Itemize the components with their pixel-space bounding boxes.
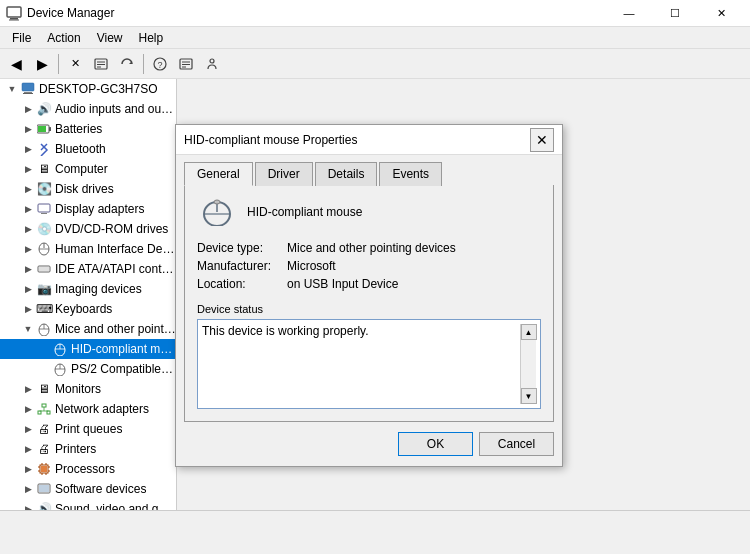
expand-icon: ▼ <box>20 324 36 334</box>
svg-rect-0 <box>7 7 21 17</box>
tree-batteries[interactable]: ▶ Batteries <box>0 119 176 139</box>
tree-audio[interactable]: ▶ 🔊 Audio inputs and outp... <box>0 99 176 119</box>
svg-rect-22 <box>41 213 47 214</box>
toolbar-properties[interactable] <box>89 52 113 76</box>
tree-keyboard-label: Keyboards <box>55 302 112 316</box>
keyboard-icon: ⌨ <box>36 301 52 317</box>
toolbar-extra2[interactable] <box>200 52 224 76</box>
device-icon <box>197 197 237 227</box>
menu-help[interactable]: Help <box>131 29 172 47</box>
tab-driver[interactable]: Driver <box>255 162 313 186</box>
expand-icon: ▶ <box>20 204 36 214</box>
expand-icon: ▶ <box>20 384 36 394</box>
tree-ide[interactable]: ▶ IDE ATA/ATAPI controll... <box>0 259 176 279</box>
expand-icon: ▶ <box>20 404 36 414</box>
tree-processors-label: Processors <box>55 462 115 476</box>
tab-events[interactable]: Events <box>379 162 442 186</box>
svg-rect-21 <box>38 204 50 212</box>
tree-network-label: Network adapters <box>55 402 149 416</box>
software-icon <box>36 481 52 497</box>
tree-printq[interactable]: ▶ 🖨 Print queues <box>0 419 176 439</box>
bluetooth-icon <box>36 141 52 157</box>
tree-hid[interactable]: ▶ Human Interface Devic... <box>0 239 176 259</box>
status-scrollbar[interactable]: ▲ ▼ <box>520 324 536 404</box>
scroll-up-arrow[interactable]: ▲ <box>521 324 537 340</box>
dialog-close-button[interactable]: ✕ <box>530 128 554 152</box>
tree-monitors[interactable]: ▶ 🖥 Monitors <box>0 379 176 399</box>
tree-batteries-label: Batteries <box>55 122 102 136</box>
tree-printers[interactable]: ▶ 🖨 Printers <box>0 439 176 459</box>
tree-hid-mouse[interactable]: HID-compliant mo... <box>0 339 176 359</box>
hid-icon <box>36 241 52 257</box>
tree-mice[interactable]: ▼ Mice and other pointin... <box>0 319 176 339</box>
tree-computer[interactable]: ▶ 🖥 Computer <box>0 159 176 179</box>
tree-dvd[interactable]: ▶ 💿 DVD/CD-ROM drives <box>0 219 176 239</box>
svg-rect-39 <box>47 411 50 414</box>
svg-rect-54 <box>39 485 49 492</box>
scroll-track[interactable] <box>521 340 536 388</box>
tab-general[interactable]: General <box>184 162 253 186</box>
toolbar-help[interactable]: ? <box>148 52 172 76</box>
maximize-button[interactable]: ☐ <box>652 0 698 27</box>
tree-keyboard[interactable]: ▶ ⌨ Keyboards <box>0 299 176 319</box>
battery-icon <box>36 121 52 137</box>
svg-point-14 <box>210 59 214 63</box>
tree-processors[interactable]: ▶ Processors <box>0 459 176 479</box>
svg-rect-17 <box>23 93 33 94</box>
monitor-icon: 🖥 <box>36 381 52 397</box>
expand-icon: ▶ <box>20 284 36 294</box>
device-tree[interactable]: ▼ DESKTOP-GC3H7SO ▶ 🔊 Audio inputs and o… <box>0 79 177 532</box>
expand-icon: ▶ <box>20 184 36 194</box>
dvd-icon: 💿 <box>36 221 52 237</box>
minimize-button[interactable]: — <box>606 0 652 27</box>
tree-imaging[interactable]: ▶ 📷 Imaging devices <box>0 279 176 299</box>
svg-rect-16 <box>24 92 32 93</box>
menu-file[interactable]: File <box>4 29 39 47</box>
tree-display-label: Display adapters <box>55 202 144 216</box>
tab-details[interactable]: Details <box>315 162 378 186</box>
tree-computer-label: Computer <box>55 162 108 176</box>
toolbar-back[interactable]: ◀ <box>4 52 28 76</box>
toolbar-refresh[interactable] <box>115 52 139 76</box>
tree-ps2[interactable]: PS/2 Compatible M... <box>0 359 176 379</box>
tree-network[interactable]: ▶ Network adapters <box>0 399 176 419</box>
toolbar-remove[interactable]: ✕ <box>63 52 87 76</box>
ide-icon <box>36 261 52 277</box>
cancel-button[interactable]: Cancel <box>479 432 554 456</box>
tree-software[interactable]: ▶ Software devices <box>0 479 176 499</box>
status-bar <box>0 510 750 532</box>
tree-root[interactable]: ▼ DESKTOP-GC3H7SO <box>0 79 176 99</box>
mouse-item-icon <box>52 341 68 357</box>
tree-disk[interactable]: ▶ 💽 Disk drives <box>0 179 176 199</box>
svg-rect-20 <box>38 126 46 132</box>
property-location: Location: on USB Input Device <box>197 277 541 291</box>
app-icon <box>6 5 22 21</box>
tree-audio-label: Audio inputs and outp... <box>55 102 176 116</box>
svg-rect-37 <box>42 404 46 407</box>
svg-rect-44 <box>41 466 47 472</box>
svg-rect-27 <box>39 267 49 271</box>
tree-bluetooth[interactable]: ▶ Bluetooth <box>0 139 176 159</box>
expand-icon: ▶ <box>20 124 36 134</box>
svg-text:?: ? <box>157 60 162 70</box>
ok-button[interactable]: OK <box>398 432 473 456</box>
tree-printq-label: Print queues <box>55 422 122 436</box>
toolbar: ◀ ▶ ✕ ? <box>0 49 750 79</box>
menu-view[interactable]: View <box>89 29 131 47</box>
dialog-buttons: OK Cancel <box>176 422 562 466</box>
expand-icon: ▶ <box>20 424 36 434</box>
svg-rect-2 <box>9 20 19 21</box>
properties-dialog[interactable]: HID-compliant mouse Properties ✕ General… <box>175 124 563 467</box>
printq-icon: 🖨 <box>36 421 52 437</box>
scroll-down-arrow[interactable]: ▼ <box>521 388 537 404</box>
toolbar-forward[interactable]: ▶ <box>30 52 54 76</box>
device-header: HID-compliant mouse <box>197 197 541 227</box>
toolbar-extra1[interactable] <box>174 52 198 76</box>
expand-icon: ▶ <box>20 144 36 154</box>
location-value: on USB Input Device <box>287 277 398 291</box>
device-status-text: This device is working properly. <box>202 324 520 404</box>
menu-action[interactable]: Action <box>39 29 88 47</box>
tree-display[interactable]: ▶ Display adapters <box>0 199 176 219</box>
tree-printers-label: Printers <box>55 442 96 456</box>
close-button[interactable]: ✕ <box>698 0 744 27</box>
